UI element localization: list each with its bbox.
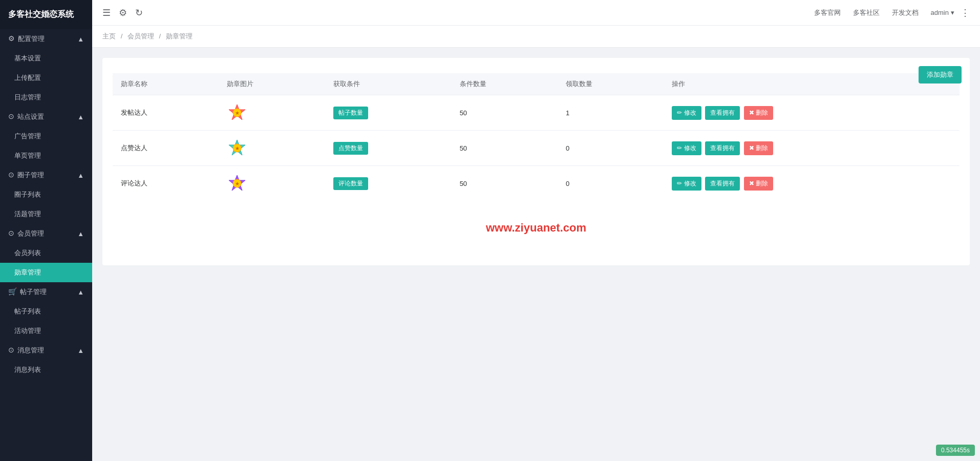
medal-image-0: ★ [227, 102, 247, 123]
cell-image-2: ★ [219, 166, 325, 201]
topbar-right: 多客官网 多客社区 开发文档 admin ▾ ⋮ [814, 7, 970, 18]
chevron-icon-circle: ▲ [77, 172, 84, 179]
breadcrumb-sep1: / [121, 32, 123, 40]
medal-image-1: ★ [227, 138, 247, 158]
content-area: 添加勋章 勋章名称 勋章图片 获取条件 条件数量 领取数量 操作 发帖达人 [92, 48, 980, 461]
svg-text:★: ★ [235, 145, 240, 151]
circle-icon: ⊙ [8, 171, 14, 179]
view-button-0[interactable]: 查看拥有 [705, 106, 740, 120]
medal-image-2: ★ [227, 173, 247, 194]
breadcrumb-current: 勋章管理 [166, 32, 193, 40]
settings-icon[interactable]: ⚙ [119, 7, 127, 18]
version-badge: 0.534455s [936, 445, 975, 456]
chevron-icon-post: ▲ [77, 288, 84, 296]
cell-condition-1: 点赞数量 [325, 131, 452, 166]
medal-table: 勋章名称 勋章图片 获取条件 条件数量 领取数量 操作 发帖达人 ★ [113, 73, 960, 201]
sidebar-item-upload-config[interactable]: 上传配置 [0, 68, 92, 88]
topbar: ☰ ⚙ ↻ 多客官网 多客社区 开发文档 admin ▾ ⋮ [92, 0, 980, 26]
sidebar-item-post-list[interactable]: 帖子列表 [0, 302, 92, 321]
cell-condition-count-2: 50 [452, 166, 558, 201]
refresh-icon[interactable]: ↻ [135, 7, 143, 18]
cell-name-0: 发帖达人 [113, 95, 219, 131]
watermark: www.ziyuanet.com [113, 201, 960, 255]
menu-icon[interactable]: ☰ [102, 7, 111, 18]
sidebar-group-site[interactable]: ⊙站点设置 ▲ [0, 107, 92, 127]
topbar-left: ☰ ⚙ ↻ [102, 7, 143, 18]
col-medal-name: 勋章名称 [113, 73, 219, 95]
sidebar-item-single-page[interactable]: 单页管理 [0, 146, 92, 165]
sidebar-item-medal-management[interactable]: 勋章管理 [0, 263, 92, 282]
cell-receive-count-0: 1 [558, 95, 664, 131]
sidebar-item-member-list[interactable]: 会员列表 [0, 243, 92, 263]
sidebar-item-ad-management[interactable]: 广告管理 [0, 127, 92, 146]
dev-docs-link[interactable]: 开发文档 [892, 8, 919, 17]
cell-name-1: 点赞达人 [113, 131, 219, 166]
more-icon[interactable]: ⋮ [961, 7, 970, 18]
community-link[interactable]: 多客社区 [853, 8, 880, 17]
delete-button-1[interactable]: ✖ 删除 [744, 141, 773, 155]
member-icon: ⊙ [8, 229, 14, 237]
col-medal-image: 勋章图片 [219, 73, 325, 95]
sidebar-group-config[interactable]: ⚙配置管理 ▲ [0, 29, 92, 49]
site-icon: ⊙ [8, 112, 14, 120]
sidebar-group-member[interactable]: ⊙会员管理 ▲ [0, 224, 92, 243]
edit-button-1[interactable]: ✏ 修改 [672, 141, 701, 155]
sidebar: 多客社交婚恋系统 ⚙配置管理 ▲ 基本设置 上传配置 日志管理 ⊙站点设置 ▲ … [0, 0, 92, 461]
sidebar-item-log-management[interactable]: 日志管理 [0, 88, 92, 107]
view-button-2[interactable]: 查看拥有 [705, 177, 740, 191]
sidebar-group-circle[interactable]: ⊙圈子管理 ▲ [0, 165, 92, 185]
sidebar-item-basic-settings[interactable]: 基本设置 [0, 49, 92, 68]
sidebar-item-activity-management[interactable]: 活动管理 [0, 321, 92, 341]
cell-actions-0: ✏ 修改 查看拥有 ✖ 删除 [664, 95, 960, 131]
view-button-1[interactable]: 查看拥有 [705, 141, 740, 155]
table-row: 发帖达人 ★ 帖子数量 50 1 ✏ 修改 查看拥有 ✖ 删除 [113, 95, 960, 131]
user-menu[interactable]: admin ▾ ⋮ [931, 7, 970, 18]
delete-button-2[interactable]: ✖ 删除 [744, 177, 773, 191]
cell-name-2: 评论达人 [113, 166, 219, 201]
cell-condition-count-0: 50 [452, 95, 558, 131]
condition-tag-0: 帖子数量 [333, 107, 368, 119]
chevron-icon-member: ▲ [77, 230, 84, 238]
breadcrumb-parent[interactable]: 会员管理 [127, 32, 154, 40]
table-row: 评论达人 ★ 评论数量 50 0 ✏ 修改 查看拥有 ✖ 删除 [113, 166, 960, 201]
col-actions: 操作 [664, 73, 960, 95]
add-medal-button[interactable]: 添加勋章 [919, 66, 962, 83]
condition-tag-1: 点赞数量 [333, 142, 368, 155]
cell-image-1: ★ [219, 131, 325, 166]
delete-button-0[interactable]: ✖ 删除 [744, 106, 773, 120]
chevron-icon-message: ▲ [77, 347, 84, 354]
col-receive-count: 领取数量 [558, 73, 664, 95]
cell-actions-2: ✏ 修改 查看拥有 ✖ 删除 [664, 166, 960, 201]
breadcrumb-sep2: / [159, 32, 161, 40]
edit-button-0[interactable]: ✏ 修改 [672, 106, 701, 120]
user-dropdown-icon: ▾ [951, 9, 954, 16]
cell-condition-2: 评论数量 [325, 166, 452, 201]
sidebar-item-message-list[interactable]: 消息列表 [0, 360, 92, 380]
svg-text:★: ★ [235, 110, 240, 116]
message-icon: ⊙ [8, 346, 14, 354]
username: admin [931, 9, 949, 16]
main-content: ☰ ⚙ ↻ 多客官网 多客社区 开发文档 admin ▾ ⋮ 主页 / 会员管理… [92, 0, 980, 461]
col-condition-count: 条件数量 [452, 73, 558, 95]
sidebar-item-circle-list[interactable]: 圈子列表 [0, 185, 92, 204]
cell-receive-count-1: 0 [558, 131, 664, 166]
cell-receive-count-2: 0 [558, 166, 664, 201]
table-card: 添加勋章 勋章名称 勋章图片 获取条件 条件数量 领取数量 操作 发帖达人 [102, 58, 970, 265]
sidebar-group-message[interactable]: ⊙消息管理 ▲ [0, 341, 92, 360]
breadcrumb-home[interactable]: 主页 [102, 32, 116, 40]
condition-tag-2: 评论数量 [333, 177, 368, 190]
sidebar-group-post[interactable]: 🛒帖子管理 ▲ [0, 282, 92, 302]
cell-image-0: ★ [219, 95, 325, 131]
chevron-icon-site: ▲ [77, 113, 84, 121]
official-site-link[interactable]: 多客官网 [814, 8, 841, 17]
edit-button-2[interactable]: ✏ 修改 [672, 177, 701, 191]
table-header-row: 勋章名称 勋章图片 获取条件 条件数量 领取数量 操作 [113, 73, 960, 95]
app-title: 多客社交婚恋系统 [0, 0, 92, 29]
chevron-icon: ▲ [77, 35, 84, 43]
cart-icon: 🛒 [8, 287, 17, 296]
cell-actions-1: ✏ 修改 查看拥有 ✖ 删除 [664, 131, 960, 166]
cell-condition-0: 帖子数量 [325, 95, 452, 131]
cell-condition-count-1: 50 [452, 131, 558, 166]
sidebar-item-topic-management[interactable]: 活题管理 [0, 204, 92, 224]
table-row: 点赞达人 ★ 点赞数量 50 0 ✏ 修改 查看拥有 ✖ 删除 [113, 131, 960, 166]
